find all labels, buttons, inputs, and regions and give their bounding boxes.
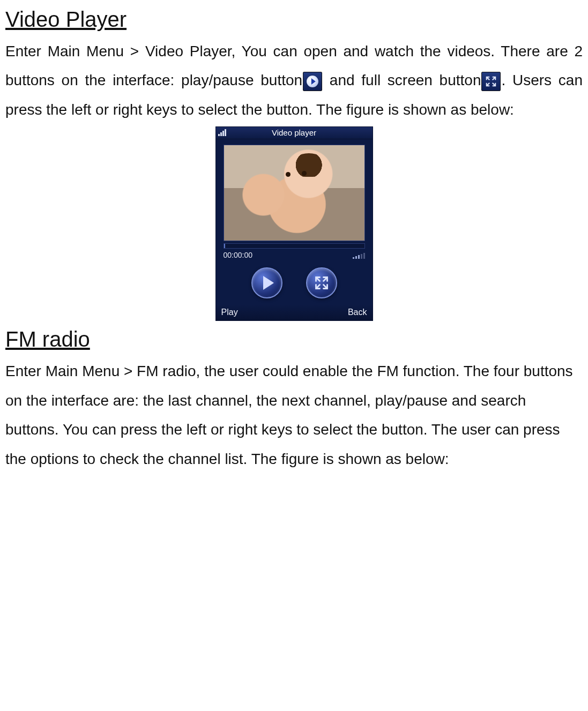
softkey-bar: Play Back <box>216 305 373 320</box>
time-row: 00:00:00 <box>224 251 365 260</box>
softkey-left[interactable]: Play <box>221 307 238 317</box>
phone-titlebar: Video player <box>216 127 373 139</box>
video-player-paragraph: Enter Main Menu > Video Player, You can … <box>5 37 583 125</box>
phone-title: Video player <box>272 128 316 138</box>
volume-icon <box>353 252 365 259</box>
text-fragment: Enter Main Menu > Video Player, You can … <box>5 43 447 59</box>
play-button[interactable] <box>251 267 282 298</box>
fullscreen-button[interactable] <box>306 267 337 298</box>
control-row <box>216 263 373 305</box>
video-thumbnail-image <box>224 145 364 241</box>
phone-screen: Video player 00:00:00 Play Back <box>215 126 373 321</box>
play-pause-icon <box>303 72 322 91</box>
heading-video-player: Video Player <box>5 5 126 33</box>
signal-icon <box>218 129 226 136</box>
heading-fm-radio: FM radio <box>5 325 90 353</box>
video-preview <box>224 145 365 241</box>
fullscreen-icon <box>481 72 501 91</box>
fm-radio-paragraph: Enter Main Menu > FM radio, the user cou… <box>5 357 583 474</box>
softkey-right[interactable]: Back <box>348 307 367 317</box>
progress-bar[interactable] <box>224 243 365 249</box>
text-fragment: and full screen button <box>330 72 481 88</box>
figure-video-player: Video player 00:00:00 Play Back <box>5 126 583 321</box>
text-fragment: select the button. The figure is shown a… <box>198 101 514 118</box>
elapsed-time: 00:00:00 <box>224 251 253 260</box>
